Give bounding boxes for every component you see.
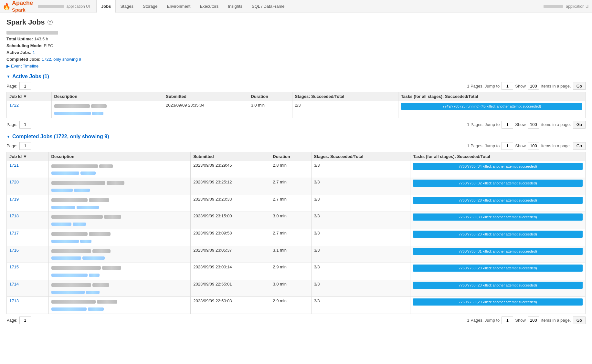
tasks-cell: 7760/7760 (34 killed: another attempt su… — [410, 161, 586, 178]
tasks-cell: 7760/7760 (30 killed: another attempt su… — [410, 212, 586, 229]
job-id-link[interactable]: 1715 — [9, 265, 19, 269]
active-go-button-bottom[interactable]: Go — [573, 121, 586, 129]
col-stages--succeeded-total[interactable]: Stages: Succeeded/Total — [292, 92, 398, 101]
footer-page-input[interactable] — [19, 317, 31, 324]
active-jobs-section-header[interactable]: ▼ Active Jobs (1) — [6, 74, 586, 79]
stages-cell: 3/3 — [311, 263, 410, 280]
col-description[interactable]: Description — [51, 92, 163, 101]
job-id-link[interactable]: 1720 — [9, 180, 19, 184]
submitted-cell: 2023/09/09 23:20:33 — [191, 195, 270, 212]
task-bar-label: 7760/7760 (29 killed: another attempt su… — [413, 298, 583, 306]
job-id-link[interactable]: 1713 — [9, 298, 19, 303]
task-bar-label: 7760/7760 (34 killed: another attempt su… — [413, 163, 583, 170]
table-row: 17162023/09/09 23:05:373.1 min3/37760/77… — [7, 246, 586, 263]
col-tasks--for-all-stages---succeeded-total[interactable]: Tasks (for all stages): Succeeded/Total — [398, 92, 585, 101]
footer-show-input[interactable] — [528, 317, 539, 324]
col-description[interactable]: Description — [48, 152, 191, 161]
footer-page-label: Page: — [6, 317, 31, 324]
stages-cell: 3/3 — [311, 161, 410, 178]
description-cell — [48, 280, 191, 297]
nav-link-sql---dataframe[interactable]: SQL / DataFrame — [247, 0, 289, 13]
job-id-link[interactable]: 1719 — [9, 197, 19, 202]
active-show-input-top[interactable] — [528, 82, 539, 90]
completed-page-input-top[interactable] — [19, 142, 31, 150]
active-page-input-top[interactable] — [19, 82, 31, 90]
task-bar-container: 7760/7760 (30 killed: another attempt su… — [413, 213, 583, 221]
active-jump-input-bottom[interactable] — [502, 121, 513, 129]
active-page-label-bottom: Page: — [6, 121, 31, 129]
nav-link-stages[interactable]: Stages — [116, 0, 138, 13]
description-cell — [48, 161, 191, 178]
job-id-link[interactable]: 1721 — [9, 163, 19, 168]
spark-logo-text: ApacheSpark — [12, 0, 33, 13]
nav-link-insights[interactable]: Insights — [223, 0, 247, 13]
col-submitted[interactable]: Submitted — [191, 152, 270, 161]
top-nav: 🔥 ApacheSpark application UI JobsStagesS… — [0, 0, 592, 13]
active-table-header-row: Job Id ▼DescriptionSubmittedDurationStag… — [7, 92, 586, 101]
nav-link-executors[interactable]: Executors — [195, 0, 223, 13]
active-jump-input-top[interactable] — [502, 82, 513, 90]
table-row: 17202023/09/09 23:25:122.7 min3/37760/77… — [7, 178, 586, 195]
tasks-cell: 7760/7760 (23 killed: another attempt su… — [410, 229, 586, 246]
job-id-link[interactable]: 1722 — [9, 103, 19, 108]
table-row: 17182023/09/09 23:15:003.0 min3/37760/77… — [7, 212, 586, 229]
table-row: 17192023/09/09 23:20:332.7 min3/37760/77… — [7, 195, 586, 212]
table-row: 17172023/09/09 23:09:582.7 min3/37760/77… — [7, 229, 586, 246]
description-cell — [48, 178, 191, 195]
task-bar-label: 7760/7760 (31 killed: another attempt su… — [413, 248, 583, 255]
active-jobs-link[interactable]: 1 — [33, 50, 35, 55]
col-duration[interactable]: Duration — [270, 152, 311, 161]
completed-jobs-link[interactable]: 1722, only showing 9 — [42, 57, 81, 62]
duration-cell: 2.9 min — [270, 263, 311, 280]
active-go-button-top[interactable]: Go — [573, 82, 586, 90]
nav-link-environment[interactable]: Environment — [162, 0, 195, 13]
task-bar-container: 7760/7760 (31 killed: another attempt su… — [413, 248, 583, 255]
footer-jump-input[interactable] — [502, 317, 513, 324]
completed-show-input-top[interactable] — [528, 142, 539, 150]
tasks-cell: 7749/7760 (23 running) (45 killed: anoth… — [398, 101, 585, 118]
task-bar-container: 7760/7760 (29 killed: another attempt su… — [413, 298, 583, 306]
col-job-id--[interactable]: Job Id ▼ — [7, 92, 52, 101]
total-uptime-row: Total Uptime: 143.5 h — [6, 36, 586, 41]
footer-go-button[interactable]: Go — [573, 317, 586, 324]
blurred-info-line — [6, 30, 586, 35]
duration-cell: 3.0 min — [248, 101, 292, 118]
active-page-input-bottom[interactable] — [19, 121, 31, 129]
event-timeline-link[interactable]: ▶ Event Timeline — [6, 64, 586, 68]
col-job-id--[interactable]: Job Id ▼ — [7, 152, 49, 161]
table-row: 17142023/09/09 22:55:013.0 min3/37760/77… — [7, 280, 586, 297]
col-submitted[interactable]: Submitted — [163, 92, 248, 101]
completed-jump-input-top[interactable] — [502, 142, 513, 150]
description-cell — [48, 212, 191, 229]
task-bar-container: 7760/7760 (28 killed: another attempt su… — [413, 197, 583, 204]
job-id-link[interactable]: 1718 — [9, 213, 19, 218]
col-duration[interactable]: Duration — [248, 92, 292, 101]
job-id-link[interactable]: 1714 — [9, 282, 19, 286]
active-show-input-bottom[interactable] — [528, 121, 539, 129]
job-id-cell: 1716 — [7, 246, 49, 263]
job-id-cell: 1719 — [7, 195, 49, 212]
job-id-link[interactable]: 1717 — [9, 231, 19, 235]
help-icon[interactable]: ? — [48, 20, 53, 25]
spark-flame-icon: 🔥 — [3, 3, 11, 10]
nav-link-storage[interactable]: Storage — [138, 0, 163, 13]
completed-go-button-top[interactable]: Go — [573, 142, 586, 150]
col-tasks--for-all-stages---succeeded-total[interactable]: Tasks (for all stages): Succeeded/Total — [410, 152, 586, 161]
description-cell — [48, 297, 191, 314]
app-name-blurred: application UI — [38, 4, 90, 9]
logo: 🔥 ApacheSpark — [3, 0, 33, 13]
completed-pagination-right-top: 1 Pages. Jump to Show items in a page. G… — [467, 142, 586, 150]
task-bar-container: 7760/7760 (34 killed: another attempt su… — [413, 163, 583, 170]
nav-links: JobsStagesStorageEnvironmentExecutorsIns… — [96, 0, 289, 13]
job-id-cell: 1722 — [7, 101, 52, 118]
page-title: Spark Jobs ? — [6, 18, 586, 26]
job-id-link[interactable]: 1716 — [9, 248, 19, 253]
completed-jobs-section-header[interactable]: ▼ Completed Jobs (1722, only showing 9) — [6, 134, 586, 140]
job-id-cell: 1720 — [7, 178, 49, 195]
col-stages--succeeded-total[interactable]: Stages: Succeeded/Total — [311, 152, 410, 161]
nav-link-jobs[interactable]: Jobs — [96, 0, 116, 13]
task-bar-label: 7760/7760 (32 killed: another attempt su… — [413, 180, 583, 187]
task-bar-container: 7760/7760 (32 killed: another attempt su… — [413, 180, 583, 187]
active-jobs-row: Active Jobs: 1 — [6, 50, 586, 55]
stages-cell: 2/3 — [292, 101, 398, 118]
